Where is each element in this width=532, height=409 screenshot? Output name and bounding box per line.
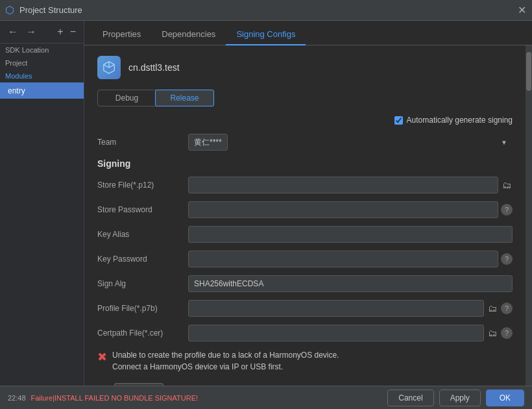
bottom-actions: Cancel Apply OK — [387, 390, 524, 406]
auto-sign-row: Automatically generate signing — [97, 116, 513, 125]
mode-debug-button[interactable]: Debug — [98, 90, 156, 106]
team-select-arrow: ▼ — [501, 139, 507, 146]
team-select-wrapper: 黄仁**** ▼ — [188, 134, 513, 151]
content-area: Properties Dependencies Signing Configs — [84, 21, 532, 386]
certpath-file-label: Certpath File(*.cer) — [97, 328, 188, 338]
store-file-actions: 🗂 — [501, 179, 513, 192]
sign-alg-input[interactable] — [188, 275, 513, 292]
error-text: Unable to create the profile due to a la… — [112, 349, 339, 373]
signing-heading: Signing — [97, 158, 513, 169]
auto-sign-checkbox[interactable] — [394, 116, 403, 125]
dialog-title: Project Structure — [19, 5, 82, 15]
main-layout: ← → + − SDK Location Project Modules ent… — [0, 21, 532, 386]
title-bar: ⬡ Project Structure ✕ — [0, 0, 532, 21]
profile-file-folder-button[interactable]: 🗂 — [487, 302, 498, 315]
sidebar-item-sdk[interactable]: SDK Location — [0, 43, 84, 56]
error-box: ✖ Unable to create the profile due to a … — [97, 349, 513, 373]
module-header: cn.dsttl3.test — [97, 56, 513, 79]
scrollbar-track[interactable] — [526, 45, 532, 386]
apply-button[interactable]: Apply — [439, 390, 481, 406]
nav-arrows: ← → — [5, 25, 39, 39]
sign-alg-label: Sign Alg — [97, 279, 188, 288]
back-button[interactable]: ← — [5, 25, 21, 39]
store-password-help-button[interactable]: ? — [501, 204, 513, 216]
bottom-time: 22:48 — [8, 394, 26, 402]
app-icon: ⬡ — [5, 4, 14, 16]
mode-release-button[interactable]: Release — [155, 90, 214, 106]
close-button[interactable]: ✕ — [516, 5, 527, 16]
sidebar-item-modules[interactable]: Modules — [0, 69, 84, 82]
profile-file-row: Profile File(*.p7b) 🗂 ? — [97, 300, 513, 317]
bottom-bar: 22:48 Failure|INSTALL FAILED NO BUNDLE S… — [0, 386, 532, 409]
certpath-file-row: Certpath File(*.cer) 🗂 ? — [97, 325, 513, 341]
store-file-folder-button[interactable]: 🗂 — [501, 179, 513, 192]
certpath-file-actions: 🗂 ? — [487, 327, 513, 340]
key-password-help-button[interactable]: ? — [501, 253, 513, 265]
team-row: Team 黄仁**** ▼ — [97, 134, 513, 151]
key-alias-input[interactable] — [188, 226, 513, 243]
store-password-input[interactable] — [188, 201, 498, 218]
error-icon: ✖ — [97, 350, 107, 364]
tab-dependencies[interactable]: Dependencies — [151, 24, 226, 45]
store-password-row: Store Password ? — [97, 201, 513, 218]
sidebar-item-entry[interactable]: entry — [0, 82, 84, 99]
forward-button[interactable]: → — [23, 25, 39, 39]
sidebar-item-project[interactable]: Project — [0, 56, 84, 69]
remove-module-button[interactable]: − — [67, 25, 79, 39]
module-icon — [97, 56, 121, 79]
left-nav-top: ← → + − — [0, 21, 84, 43]
certpath-file-folder-button[interactable]: 🗂 — [487, 327, 498, 340]
key-password-input[interactable] — [188, 251, 498, 267]
store-file-label: Store File(*.p12) — [97, 180, 188, 190]
cancel-button[interactable]: Cancel — [387, 390, 433, 406]
key-password-label: Key Password — [97, 254, 188, 264]
key-password-row: Key Password ? — [97, 251, 513, 267]
add-module-button[interactable]: + — [54, 25, 66, 39]
key-alias-label: Key Alias — [97, 230, 188, 239]
tab-bar: Properties Dependencies Signing Configs — [84, 21, 532, 45]
panel-with-scroll: cn.dsttl3.test Debug Release Automatical… — [84, 45, 532, 386]
left-panel: ← → + − SDK Location Project Modules ent… — [0, 21, 84, 386]
signing-panel: cn.dsttl3.test Debug Release Automatical… — [84, 45, 526, 386]
team-label: Team — [97, 138, 188, 147]
certpath-file-input[interactable] — [188, 325, 484, 341]
try-again-button[interactable]: Try Again — [114, 383, 163, 386]
ok-button[interactable]: OK — [486, 390, 524, 406]
team-select[interactable]: 黄仁**** — [188, 134, 228, 151]
scrollbar-thumb[interactable] — [526, 52, 531, 91]
store-password-actions: ? — [501, 204, 513, 216]
module-name: cn.dsttl3.test — [128, 62, 180, 73]
profile-file-actions: 🗂 ? — [487, 302, 513, 315]
store-password-label: Store Password — [97, 205, 188, 214]
store-file-row: Store File(*.p12) 🗂 — [97, 177, 513, 193]
certpath-file-help-button[interactable]: ? — [501, 327, 513, 339]
store-file-input[interactable] — [188, 177, 498, 193]
key-password-actions: ? — [501, 253, 513, 265]
mode-toggle: Debug Release — [97, 90, 214, 106]
auto-sign-label: Automatically generate signing — [407, 116, 513, 125]
add-remove-buttons: + − — [54, 25, 79, 39]
profile-file-label: Profile File(*.p7b) — [97, 304, 188, 313]
title-bar-left: ⬡ Project Structure — [5, 4, 82, 16]
bottom-status: Failure|INSTALL FAILED NO BUNDLE SIGNATU… — [31, 394, 388, 402]
tab-signing-configs[interactable]: Signing Configs — [226, 24, 306, 45]
profile-file-help-button[interactable]: ? — [501, 303, 513, 314]
sign-alg-row: Sign Alg — [97, 275, 513, 292]
profile-file-input[interactable] — [188, 300, 484, 317]
key-alias-row: Key Alias — [97, 226, 513, 243]
tab-properties[interactable]: Properties — [92, 24, 151, 45]
